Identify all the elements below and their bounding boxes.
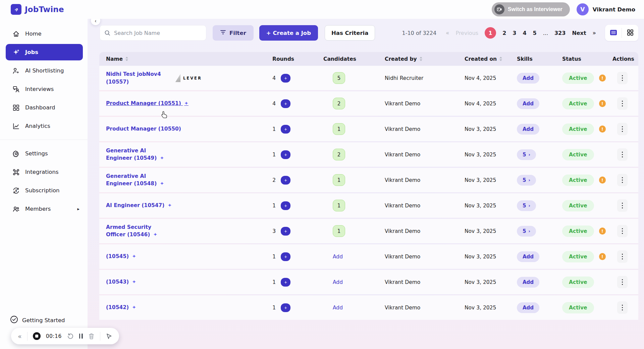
add-candidates-link[interactable]: Add bbox=[333, 279, 343, 285]
row-actions-menu-button[interactable] bbox=[617, 199, 628, 212]
sidebar-item-integrations[interactable]: Integrations bbox=[6, 164, 83, 180]
add-skills-pill[interactable]: Add bbox=[517, 98, 539, 109]
candidates-count-pill[interactable]: 2 bbox=[333, 149, 345, 160]
add-round-button[interactable]: + bbox=[281, 176, 290, 185]
cell-created-on: Nov 4, 2025 bbox=[458, 101, 510, 107]
sidebar-item-label: Analytics bbox=[25, 123, 50, 129]
select-cursor-icon[interactable] bbox=[106, 333, 112, 340]
sidebar-item-ai-shortlisting[interactable]: AI Shortlisting bbox=[6, 62, 83, 79]
add-skills-pill[interactable]: Add bbox=[517, 251, 539, 262]
pagination-page-3[interactable]: 3 bbox=[513, 30, 516, 36]
sidebar-item-dashboard[interactable]: Dashboard bbox=[6, 99, 83, 116]
pagination-next[interactable]: Next bbox=[572, 30, 586, 36]
candidates-count-pill[interactable]: 2 bbox=[333, 98, 345, 109]
collapse-recorder-icon[interactable]: « bbox=[18, 333, 22, 340]
filter-button[interactable]: Filter bbox=[213, 25, 254, 41]
sidebar-item-jobs[interactable]: Jobs bbox=[6, 44, 83, 60]
sort-icon[interactable] bbox=[499, 57, 502, 61]
stop-recording-button[interactable] bbox=[33, 332, 41, 340]
add-round-button[interactable]: + bbox=[281, 227, 290, 236]
getting-started[interactable]: Getting Started bbox=[10, 315, 65, 325]
job-name-link[interactable]: Generative AI Engineer (10548) ✦ bbox=[106, 172, 166, 188]
sidebar-item-interviews[interactable]: Interviews bbox=[6, 81, 83, 97]
sort-icon[interactable] bbox=[125, 57, 128, 61]
job-name-link[interactable]: Product Manager (10550) bbox=[106, 125, 181, 133]
sidebar-item-members[interactable]: Members▸ bbox=[6, 201, 83, 217]
column-header-status: Status bbox=[555, 56, 606, 62]
cell-candidates: 2 bbox=[317, 98, 378, 109]
job-name-link[interactable]: Armed Security Officer (10546) ✦ bbox=[106, 223, 166, 239]
candidates-count-pill[interactable]: 1 bbox=[333, 174, 345, 186]
row-actions-menu-button[interactable] bbox=[617, 148, 628, 161]
list-view-button[interactable] bbox=[605, 25, 622, 41]
add-round-button[interactable]: + bbox=[281, 278, 290, 287]
add-skills-pill[interactable]: Add bbox=[517, 73, 539, 84]
column-header-created-by[interactable]: Created by bbox=[378, 56, 458, 62]
add-candidates-link[interactable]: Add bbox=[333, 254, 343, 260]
search-input[interactable] bbox=[100, 25, 206, 41]
skills-count-pill[interactable]: 5› bbox=[517, 175, 536, 186]
add-candidates-link[interactable]: Add bbox=[333, 305, 343, 311]
delete-recording-icon[interactable] bbox=[88, 333, 95, 340]
grid-view-button[interactable] bbox=[622, 25, 638, 41]
pagination-page-2[interactable]: 2 bbox=[502, 30, 506, 36]
add-round-button[interactable]: + bbox=[281, 303, 290, 312]
pagination-next-symbol[interactable]: » bbox=[593, 30, 596, 36]
pagination-page-4[interactable]: 4 bbox=[523, 30, 526, 36]
created-by-value: Vikrant Demo bbox=[385, 279, 420, 285]
candidates-count-pill[interactable]: 1 bbox=[333, 123, 345, 135]
add-round-button[interactable]: + bbox=[281, 74, 290, 83]
pagination-page-5[interactable]: 5 bbox=[533, 30, 537, 36]
switch-as-interviewer-button[interactable]: Switch as Interviewer bbox=[492, 2, 570, 16]
column-header-name[interactable]: Name bbox=[99, 56, 266, 62]
pagination-page-323[interactable]: 323 bbox=[554, 30, 566, 36]
row-actions-menu-button[interactable] bbox=[617, 225, 628, 237]
job-name-link[interactable]: (10542) ✦ bbox=[106, 304, 136, 311]
user-menu[interactable]: V Vikrant Demo bbox=[577, 3, 635, 15]
restart-recording-icon[interactable] bbox=[67, 333, 74, 340]
row-actions-menu-button[interactable] bbox=[617, 301, 628, 314]
add-round-button[interactable]: + bbox=[281, 99, 290, 108]
row-actions-menu-button[interactable] bbox=[617, 174, 628, 186]
add-skills-pill[interactable]: Add bbox=[517, 277, 539, 288]
candidates-count-pill[interactable]: 1 bbox=[333, 200, 345, 211]
row-actions-menu-button[interactable] bbox=[617, 97, 628, 110]
integrations-icon bbox=[12, 168, 20, 176]
row-actions-menu-button[interactable] bbox=[617, 123, 628, 135]
job-name-link[interactable]: (10545) ✦ bbox=[106, 253, 136, 260]
add-round-button[interactable]: + bbox=[281, 201, 290, 210]
row-actions-menu-button[interactable] bbox=[617, 276, 628, 288]
row-actions-menu-button[interactable] bbox=[617, 250, 628, 263]
pagination-page-1[interactable]: 1 bbox=[485, 27, 496, 39]
add-skills-pill[interactable]: Add bbox=[517, 302, 539, 313]
has-criteria-button[interactable]: Has Criteria bbox=[325, 25, 375, 41]
table-row: Nidhi Test jobNov4 (10557) LEVER 4 + 5 N… bbox=[99, 66, 638, 90]
sort-icon[interactable] bbox=[420, 57, 422, 61]
add-round-button[interactable]: + bbox=[281, 252, 290, 261]
skills-count-pill[interactable]: 5› bbox=[517, 149, 536, 160]
add-round-button[interactable]: + bbox=[281, 150, 290, 159]
candidates-count-pill[interactable]: 5 bbox=[333, 72, 345, 84]
add-skills-pill[interactable]: Add bbox=[517, 124, 539, 135]
job-name-link[interactable]: Nidhi Test jobNov4 (10557) bbox=[106, 70, 166, 86]
row-actions-menu-button[interactable] bbox=[617, 72, 628, 84]
add-round-button[interactable]: + bbox=[281, 125, 290, 134]
sidebar-item-settings[interactable]: Settings bbox=[6, 145, 83, 162]
sidebar-item-analytics[interactable]: Analytics bbox=[6, 118, 83, 134]
job-name-link[interactable]: (10543) ✦ bbox=[106, 278, 136, 286]
sidebar-item-home[interactable]: Home bbox=[6, 26, 83, 42]
column-header-created-on[interactable]: Created on bbox=[458, 56, 510, 62]
candidates-count-pill[interactable]: 1 bbox=[333, 225, 345, 237]
create-job-button[interactable]: + Create a Job bbox=[259, 25, 318, 41]
cell-actions bbox=[606, 250, 638, 263]
skills-count-pill[interactable]: 5› bbox=[517, 226, 536, 237]
job-name-link[interactable]: AI Engineer (10547) ✦ bbox=[106, 202, 172, 209]
job-name-link[interactable]: Product Manager (10551) ✦ bbox=[106, 100, 189, 107]
pagination-prev-symbol[interactable]: « bbox=[446, 30, 449, 36]
skills-count-pill[interactable]: 5› bbox=[517, 200, 536, 211]
brand[interactable]: » JobTwine bbox=[11, 4, 64, 15]
pause-recording-icon[interactable] bbox=[79, 334, 83, 339]
sidebar-item-subscription[interactable]: $Subscription bbox=[6, 182, 83, 199]
pagination-previous[interactable]: Previous bbox=[456, 30, 479, 36]
job-name-link[interactable]: Generative AI Engineer (10549) ✦ bbox=[106, 147, 166, 162]
